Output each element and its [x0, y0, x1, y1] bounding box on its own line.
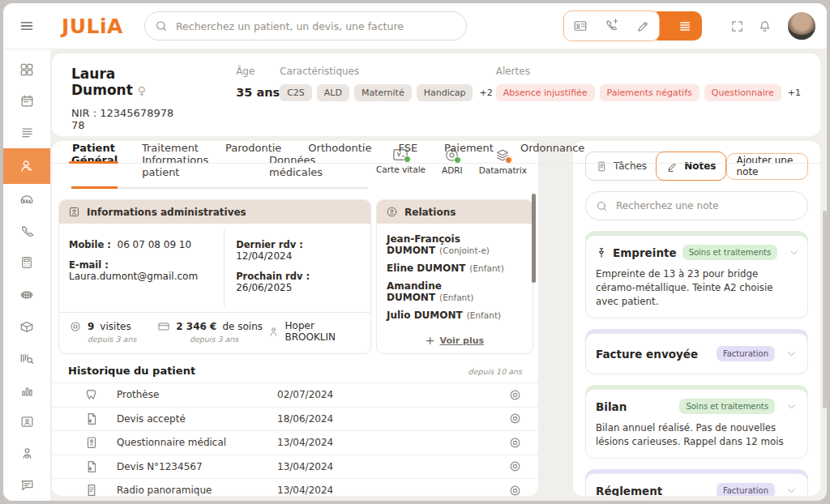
- characteristics-label: Caractéristiques: [280, 66, 493, 77]
- devis-document-icon: [84, 459, 99, 474]
- age-value: 35 ans: [236, 86, 280, 99]
- sidebar-item-dentures-icon[interactable]: [3, 279, 50, 310]
- note-body: Bilan annuel réalisé. Pas de nouvelles l…: [596, 421, 798, 449]
- history-row[interactable]: Devis N°1234567 13/04/2024: [52, 455, 538, 479]
- fullscreen-icon[interactable]: [723, 19, 751, 33]
- characteristic-badge[interactable]: C2S: [280, 84, 312, 101]
- tab-patient[interactable]: Patient: [72, 142, 115, 163]
- notifications-bell-icon[interactable]: [751, 19, 778, 33]
- history-row[interactable]: Devis accepté 18/06/2024: [52, 407, 538, 431]
- characteristics-more[interactable]: +2: [479, 88, 492, 98]
- patient-alerts-block: Alertes Absence injustifiée Paiements né…: [496, 66, 801, 131]
- sidebar-item-package-icon[interactable]: [3, 310, 50, 342]
- sidebar-item-calculator-icon[interactable]: [3, 247, 50, 279]
- devis-document-icon: [84, 412, 99, 426]
- sidebar-item-calendar-icon[interactable]: [3, 85, 50, 117]
- visits-stat: 9visites depuis 3 ans: [69, 320, 157, 344]
- history-row[interactable]: Radio panoramique 13/04/2024: [52, 478, 538, 496]
- tab-ordonnance[interactable]: Ordonnance: [520, 142, 584, 163]
- relations-box: Relations Jean-François DUMONT(Conjoint-…: [376, 199, 533, 354]
- hamburger-menu-icon[interactable]: [3, 18, 50, 34]
- sidebar-item-patient-icon[interactable]: [3, 148, 50, 183]
- characteristic-badge[interactable]: Handicap: [417, 84, 473, 101]
- sidebar-item-barcode-scan-icon[interactable]: [3, 342, 50, 374]
- note-card-bilan: Bilan Soins et traitements Bilan annuel …: [585, 385, 808, 459]
- relation-item[interactable]: Julio DUMONT(Enfant): [387, 310, 523, 321]
- view-icon[interactable]: [491, 436, 538, 450]
- app-window: JULiA: [3, 3, 827, 501]
- alerts-label: Alertes: [496, 66, 801, 77]
- mobile-field: Mobile : 06 07 08 09 10: [69, 239, 214, 250]
- chevron-down-icon[interactable]: [785, 348, 798, 360]
- payment-card-icon: [157, 320, 170, 333]
- history-header: Historique du patient depuis 10 ans: [52, 354, 538, 382]
- relation-item[interactable]: Amandine DUMONT(Enfant): [387, 280, 523, 303]
- tab-parodontie[interactable]: Parodontie: [225, 142, 281, 163]
- radio-document-icon: [84, 483, 99, 496]
- id-card-icon[interactable]: [564, 11, 596, 41]
- relation-item[interactable]: Jean-François DUMONT(Conjoint-e): [387, 233, 523, 256]
- sidebar-item-phone-icon[interactable]: [3, 216, 50, 247]
- relations-icon: [386, 206, 398, 218]
- sidebar-item-dental-arch-icon[interactable]: [3, 184, 50, 216]
- search-icon: [155, 19, 168, 32]
- sidebar-item-worklist-icon[interactable]: [3, 117, 50, 148]
- note-search-input[interactable]: [614, 199, 798, 212]
- view-icon[interactable]: [491, 459, 538, 473]
- note-category-badge: Soins et traitements: [682, 245, 778, 260]
- age-label: Âge: [236, 66, 280, 77]
- global-search[interactable]: [144, 11, 467, 41]
- view-icon[interactable]: [491, 412, 538, 425]
- pencil-icon[interactable]: [627, 11, 659, 41]
- global-search-input[interactable]: [174, 19, 456, 33]
- practitioner-stat: Hoper BROOKLIN: [267, 320, 361, 344]
- alert-badge[interactable]: Absence injustifiée: [496, 84, 595, 101]
- note-category-badge: Facturation: [717, 346, 775, 361]
- history-row[interactable]: Questionnaire médical 13/04/2024: [52, 430, 538, 455]
- sidebar-item-statistics-icon[interactable]: [3, 374, 50, 405]
- plus-icon: +: [426, 334, 435, 347]
- alert-badge[interactable]: Paiements négatifs: [600, 84, 700, 101]
- history-row[interactable]: Prothèse 02/07/2024: [52, 382, 538, 407]
- chevron-down-icon[interactable]: [785, 400, 798, 412]
- patient-age-block: Âge 35 ans: [236, 66, 280, 131]
- sidebar-item-assistance-icon[interactable]: [3, 438, 50, 469]
- admin-info-box: Informations administratives Mobile : 06…: [58, 199, 371, 354]
- sidebar-item-contact-card-icon[interactable]: [3, 406, 50, 438]
- voir-plus-button[interactable]: +Voir plus: [377, 334, 533, 353]
- topbar: JULiA: [3, 3, 827, 49]
- patient-characteristics-block: Caractéristiques C2S ALD Maternité Handi…: [280, 66, 493, 131]
- characteristic-badge[interactable]: Maternité: [354, 84, 412, 101]
- admin-info-title: Informations administratives: [87, 207, 246, 218]
- main-card-scrollbar[interactable]: [532, 194, 536, 283]
- alerts-more[interactable]: +1: [788, 88, 801, 98]
- view-icon[interactable]: [491, 484, 538, 496]
- history-since: depuis 10 ans: [468, 367, 522, 376]
- questionnaire-icon: [84, 435, 99, 450]
- relation-item[interactable]: Eline DUMONT(Enfant): [387, 263, 523, 274]
- tooth-icon: [84, 387, 100, 403]
- view-icon[interactable]: [491, 388, 538, 402]
- tab-paiement[interactable]: Paiement: [444, 142, 494, 163]
- alert-badge[interactable]: Questionnaire: [704, 84, 781, 101]
- sidebar: [3, 49, 50, 501]
- chevron-down-icon[interactable]: [788, 246, 800, 258]
- note-search[interactable]: [585, 191, 808, 220]
- patient-tabs: Patient Traitement Parodontie Orthodonti…: [52, 142, 820, 164]
- tab-fse[interactable]: FSE: [398, 142, 417, 163]
- tab-traitement[interactable]: Traitement: [142, 142, 199, 163]
- characteristic-badge[interactable]: ALD: [317, 84, 349, 101]
- note-card-facture-envoyee: Facture envoyée Facturation: [585, 329, 808, 374]
- phone-add-icon[interactable]: [596, 11, 627, 41]
- notes-panel-scrollbar[interactable]: [823, 211, 827, 408]
- eye-icon: [69, 320, 82, 333]
- user-avatar[interactable]: [788, 12, 815, 40]
- female-icon: ♀: [138, 84, 146, 97]
- tab-orthodontie[interactable]: Orthodontie: [308, 142, 371, 163]
- patient-header-card: Laura Dumont♀ NIR : 12345678978 78 Âge 3…: [52, 53, 820, 136]
- note-card-empreinte: Empreinte Soins et traitements Empreinte…: [585, 231, 808, 318]
- patient-identity: Laura Dumont♀ NIR : 12345678978 78: [71, 66, 184, 131]
- sidebar-item-dashboard-icon[interactable]: [3, 53, 50, 85]
- chevron-down-icon[interactable]: [785, 485, 798, 496]
- sidebar-item-messages-icon[interactable]: [3, 469, 50, 501]
